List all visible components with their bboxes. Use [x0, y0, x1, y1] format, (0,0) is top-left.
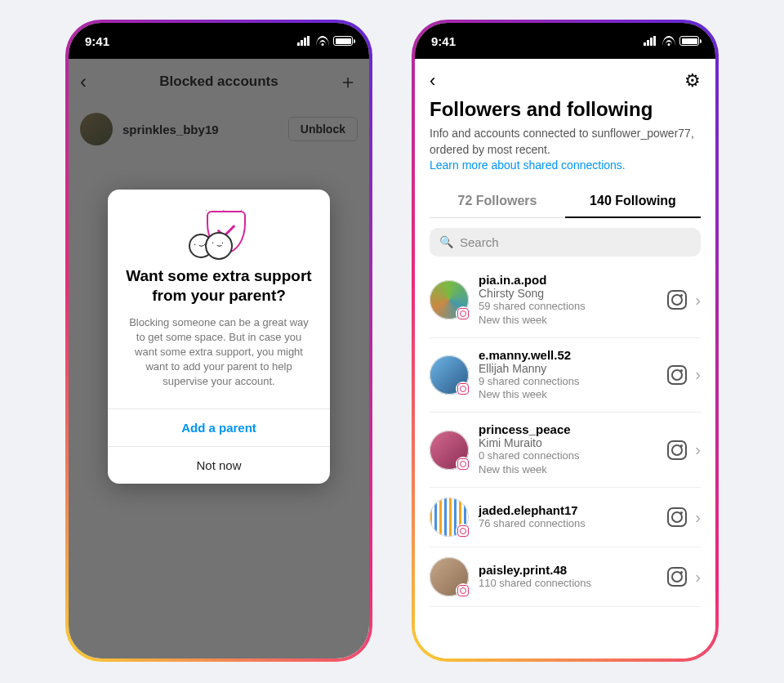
- item-username: paisley.print.48: [479, 563, 657, 577]
- instagram-badge-icon: [456, 457, 470, 471]
- item-actions: ›: [667, 440, 701, 460]
- item-name: Chirsty Song: [479, 287, 657, 300]
- tab-followers[interactable]: 72 Followers: [430, 185, 565, 218]
- header: ‹ ⚙: [415, 59, 715, 95]
- battery-icon: [333, 36, 353, 46]
- followers-following-screen: ‹ ⚙ Followers and following Info and acc…: [415, 59, 715, 658]
- item-name: Kimi Muraito: [479, 436, 657, 449]
- item-text: jaded.elephant17 76 shared connections: [479, 503, 657, 531]
- item-shared: 9 shared connections: [479, 375, 657, 389]
- subtitle-pre: Info and accounts connected to: [430, 127, 591, 140]
- instagram-badge-icon: [456, 524, 470, 538]
- not-now-button[interactable]: Not now: [108, 446, 330, 484]
- status-bar: 9:41: [415, 23, 715, 59]
- instagram-icon[interactable]: [667, 440, 687, 460]
- instagram-icon[interactable]: [667, 290, 687, 310]
- item-text: pia.in.a.pod Chirsty Song 59 shared conn…: [479, 273, 657, 328]
- tab-following[interactable]: 140 Following: [565, 185, 701, 218]
- item-actions: ›: [667, 290, 701, 310]
- item-new: New this week: [479, 388, 657, 402]
- chevron-right-icon[interactable]: ›: [695, 508, 701, 527]
- status-bar: 9:41: [69, 23, 369, 59]
- status-time: 9:41: [431, 34, 456, 48]
- instagram-icon[interactable]: [667, 567, 687, 587]
- item-actions: ›: [667, 567, 701, 587]
- item-username: e.manny.well.52: [479, 348, 657, 362]
- face-icon: [205, 232, 233, 260]
- item-new: New this week: [479, 314, 657, 328]
- item-name: Ellijah Manny: [479, 362, 657, 375]
- search-input[interactable]: 🔍 Search: [430, 228, 701, 257]
- item-shared: 110 shared connections: [479, 577, 657, 591]
- item-username: pia.in.a.pod: [479, 273, 657, 287]
- list-item[interactable]: paisley.print.48 110 shared connections …: [430, 547, 701, 607]
- list-item[interactable]: pia.in.a.pod Chirsty Song 59 shared conn…: [430, 263, 701, 338]
- wifi-icon: [662, 36, 675, 46]
- page-title: Followers and following: [415, 95, 715, 126]
- item-text: e.manny.well.52 Ellijah Manny 9 shared c…: [479, 348, 657, 403]
- item-shared: 76 shared connections: [479, 517, 657, 531]
- modal-body: Blocking someone can be a great way to g…: [122, 315, 315, 400]
- learn-more-link[interactable]: Learn more about shared connections.: [430, 158, 626, 172]
- subtitle-user: sunflower_power77: [591, 127, 690, 140]
- settings-icon[interactable]: ⚙: [684, 70, 701, 92]
- item-new: New this week: [479, 463, 657, 477]
- phone-screen-right: 9:41 ‹ ⚙ Followers and following Info an…: [415, 23, 715, 658]
- instagram-badge-icon: [456, 382, 470, 396]
- add-parent-button[interactable]: Add a parent: [108, 408, 330, 446]
- page-subtitle: Info and accounts connected to sunflower…: [415, 126, 715, 174]
- chevron-right-icon[interactable]: ›: [695, 568, 701, 587]
- signal-icon: [297, 36, 312, 46]
- list-item[interactable]: princess_peace Kimi Muraito 0 shared con…: [430, 413, 701, 488]
- instagram-badge-icon: [456, 306, 470, 321]
- status-icons: [644, 36, 699, 46]
- item-text: paisley.print.48 110 shared connections: [479, 563, 657, 591]
- connections-list: pia.in.a.pod Chirsty Song 59 shared conn…: [415, 263, 715, 658]
- phone-screen-left: 9:41 ‹ Blocked accounts ＋ sprinkles_bby1…: [69, 23, 369, 658]
- tabs: 72 Followers 140 Following: [415, 185, 715, 218]
- avatar[interactable]: [430, 355, 469, 395]
- avatar[interactable]: [430, 280, 469, 319]
- signal-icon: [644, 36, 658, 46]
- avatar[interactable]: [430, 557, 469, 596]
- search-placeholder: Search: [460, 235, 499, 249]
- chevron-right-icon[interactable]: ›: [695, 440, 701, 459]
- item-shared: 0 shared connections: [479, 449, 657, 463]
- item-actions: ›: [667, 507, 701, 527]
- item-username: princess_peace: [479, 422, 657, 436]
- instagram-icon[interactable]: [667, 507, 687, 527]
- item-actions: ›: [667, 365, 701, 385]
- blocked-accounts-screen: ‹ Blocked accounts ＋ sprinkles_bby19 Unb…: [69, 59, 369, 658]
- modal-heading: Want some extra support from your parent…: [122, 266, 315, 306]
- phone-right: 9:41 ‹ ⚙ Followers and following Info an…: [412, 20, 719, 662]
- battery-icon: [679, 36, 699, 46]
- status-time: 9:41: [85, 34, 109, 48]
- modal-illustration: · · ·: [182, 209, 256, 258]
- back-icon[interactable]: ‹: [430, 70, 435, 92]
- item-username: jaded.elephant17: [479, 503, 657, 517]
- modal-content: · · · Want some extra support from your …: [108, 190, 330, 408]
- status-icons: [297, 36, 353, 46]
- item-shared: 59 shared connections: [479, 300, 657, 314]
- search-icon: 🔍: [439, 235, 453, 248]
- chevron-right-icon[interactable]: ›: [695, 365, 701, 384]
- wifi-icon: [316, 36, 329, 46]
- list-item[interactable]: jaded.elephant17 76 shared connections ›: [430, 488, 701, 547]
- instagram-icon[interactable]: [667, 365, 687, 385]
- parent-support-modal: · · · Want some extra support from your …: [108, 190, 330, 484]
- phone-left: 9:41 ‹ Blocked accounts ＋ sprinkles_bby1…: [65, 20, 372, 662]
- chevron-right-icon[interactable]: ›: [695, 291, 701, 310]
- instagram-badge-icon: [456, 583, 470, 598]
- avatar[interactable]: [430, 498, 469, 537]
- avatar[interactable]: [430, 431, 469, 470]
- item-text: princess_peace Kimi Muraito 0 shared con…: [479, 422, 657, 477]
- list-item[interactable]: e.manny.well.52 Ellijah Manny 9 shared c…: [430, 338, 701, 413]
